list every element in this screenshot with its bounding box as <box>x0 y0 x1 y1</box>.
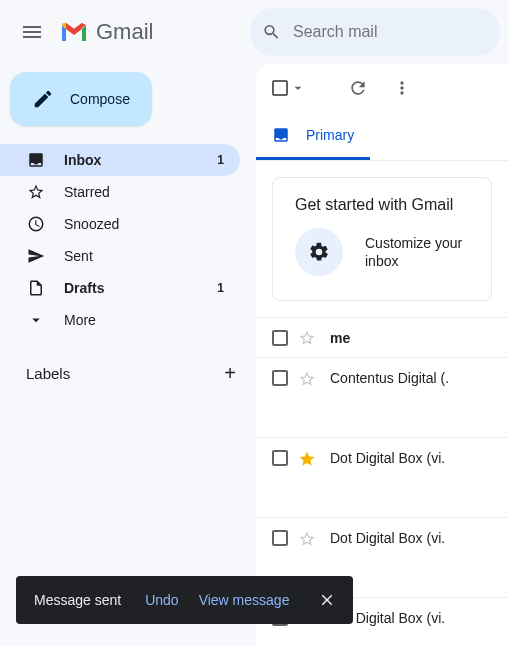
close-icon <box>318 591 336 609</box>
gear-icon <box>308 241 330 263</box>
gmail-brand-text: Gmail <box>96 19 153 45</box>
select-all-checkbox[interactable] <box>272 80 288 96</box>
nav-item-sent[interactable]: Sent <box>0 240 240 272</box>
mail-row[interactable]: me <box>256 317 508 357</box>
labels-header: Labels + <box>0 362 256 385</box>
mail-checkbox[interactable] <box>272 370 288 386</box>
tab-primary[interactable]: Primary <box>256 112 370 160</box>
compose-button[interactable]: Compose <box>10 72 152 126</box>
mail-row[interactable]: Dot Digital Box (vi. <box>256 437 508 517</box>
star-toggle[interactable] <box>298 530 316 548</box>
mail-toolbar <box>256 64 508 112</box>
sidebar: Compose Inbox1StarredSnoozedSentDrafts1M… <box>0 64 256 646</box>
more-button[interactable] <box>384 70 420 106</box>
send-icon <box>26 246 46 266</box>
mail-checkbox[interactable] <box>272 330 288 346</box>
nav-item-more[interactable]: More <box>0 304 240 336</box>
card-title: Get started with Gmail <box>295 196 469 214</box>
select-all-dropdown[interactable] <box>272 80 306 96</box>
star-icon <box>26 182 46 202</box>
mail-sender: Dot Digital Box (vi. <box>330 450 445 466</box>
nav-list: Inbox1StarredSnoozedSentDrafts1More <box>0 144 256 336</box>
toast-close-button[interactable] <box>309 582 345 618</box>
clock-icon <box>26 214 46 234</box>
nav-label: Starred <box>64 184 224 200</box>
card-text: Customize your inbox <box>365 234 462 270</box>
nav-label: Snoozed <box>64 216 224 232</box>
nav-label: Drafts <box>64 280 217 296</box>
nav-count: 1 <box>217 281 224 295</box>
nav-label: More <box>64 312 224 328</box>
gmail-logo[interactable]: Gmail <box>60 19 153 45</box>
header: Gmail <box>0 0 508 64</box>
file-icon <box>26 278 46 298</box>
pencil-icon <box>32 88 54 110</box>
hamburger-icon <box>20 20 44 44</box>
nav-item-starred[interactable]: Starred <box>0 176 240 208</box>
star-toggle[interactable] <box>298 329 316 347</box>
category-tabs: Primary <box>256 112 508 161</box>
toast: Message sent Undo View message <box>16 576 353 624</box>
compose-label: Compose <box>70 91 130 107</box>
search-input[interactable] <box>293 23 488 41</box>
mail-sender: Dot Digital Box (vi. <box>330 530 445 546</box>
customize-button[interactable] <box>295 228 343 276</box>
mail-checkbox[interactable] <box>272 530 288 546</box>
mail-sender: me <box>330 330 350 346</box>
star-toggle[interactable] <box>298 450 316 468</box>
toast-undo-button[interactable]: Undo <box>145 592 178 608</box>
tab-primary-label: Primary <box>306 127 354 143</box>
refresh-button[interactable] <box>340 70 376 106</box>
more-vert-icon <box>392 78 412 98</box>
gmail-icon <box>60 21 88 43</box>
star-toggle[interactable] <box>298 370 316 388</box>
search-bar[interactable] <box>250 8 500 56</box>
nav-item-drafts[interactable]: Drafts1 <box>0 272 240 304</box>
getting-started-card: Get started with Gmail Customize your in… <box>272 177 492 301</box>
add-label-button[interactable]: + <box>224 362 236 385</box>
mail-sender: Contentus Digital (. <box>330 370 449 386</box>
main-menu-button[interactable] <box>8 8 56 56</box>
nav-label: Sent <box>64 248 224 264</box>
inbox-icon <box>26 150 46 170</box>
toast-view-button[interactable]: View message <box>199 592 290 608</box>
search-icon <box>262 21 281 43</box>
chevron-icon <box>26 310 46 330</box>
nav-item-inbox[interactable]: Inbox1 <box>0 144 240 176</box>
refresh-icon <box>348 78 368 98</box>
nav-label: Inbox <box>64 152 217 168</box>
nav-item-snoozed[interactable]: Snoozed <box>0 208 240 240</box>
nav-count: 1 <box>217 153 224 167</box>
mail-checkbox[interactable] <box>272 450 288 466</box>
toast-message: Message sent <box>34 592 121 608</box>
caret-down-icon <box>290 80 306 96</box>
labels-title: Labels <box>26 365 70 382</box>
mail-row[interactable]: Contentus Digital (. <box>256 357 508 437</box>
main-panel: Primary Get started with Gmail Customize… <box>256 64 508 646</box>
inbox-icon <box>272 126 290 144</box>
